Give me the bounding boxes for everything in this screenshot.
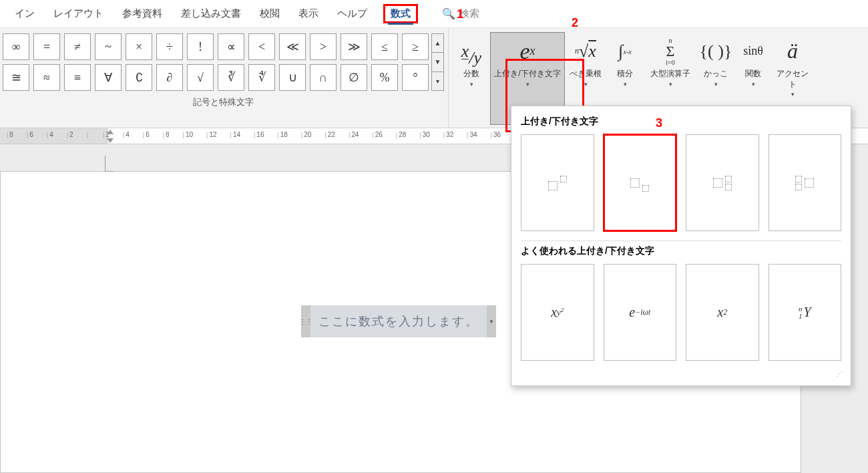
menu-references[interactable]: 参考資料	[120, 3, 165, 24]
ruler-ticks: 8642 246 8101214 16182022 24262830 32343…	[0, 131, 501, 138]
sym-le[interactable]: ≤	[371, 33, 398, 60]
menu-bar: イン レイアウト 参考資料 差し込み文書 校閲 表示 ヘルプ 数式 🔍 検索	[0, 0, 868, 28]
sym-prop[interactable]: ∝	[218, 33, 244, 60]
chevron-down-icon: ▾	[470, 81, 473, 89]
symbol-scroll-down[interactable]: ▼	[431, 53, 444, 71]
sym-complement[interactable]: ∁	[126, 64, 152, 91]
menu-layout[interactable]: レイアウト	[51, 3, 106, 24]
symbol-scroll: ▲ ▼ ▾	[431, 33, 444, 91]
sym-cong[interactable]: ≅	[3, 64, 29, 91]
sym-muchlt[interactable]: ≪	[279, 33, 306, 60]
sym-excl[interactable]: !	[187, 33, 214, 60]
symbol-row-2: ≅ ≈ ≡ ∀ ∁ ∂ √ ∛ ∜ ∪ ∩ ∅ % °	[3, 64, 429, 91]
accent-icon: ä	[787, 35, 798, 67]
menu-design[interactable]: イン	[12, 3, 37, 24]
sym-union[interactable]: ∪	[279, 64, 306, 91]
gallery-section2-title: よく使われる上付き/下付き文字	[518, 241, 844, 264]
sym-ge[interactable]: ≥	[402, 33, 429, 60]
sym-gt[interactable]: >	[310, 33, 337, 60]
struct-fraction-label: 分数	[463, 69, 479, 80]
highlight-equation-tab: 数式	[383, 4, 418, 23]
equation-container[interactable]: ⋮⋮ ここに数式を入力します。 ▼	[301, 305, 496, 337]
chevron-down-icon: ▾	[624, 81, 627, 89]
struct-integral-label: 積分	[617, 69, 633, 80]
struct-accent-label: アクセント	[774, 69, 811, 90]
menu-equation[interactable]: 数式	[388, 3, 413, 25]
bracket-icon: {( )}	[700, 35, 732, 67]
common-eiwt[interactable]: e−iωt	[604, 264, 677, 361]
sym-forall[interactable]: ∀	[95, 64, 122, 91]
equation-handle-icon[interactable]: ⋮⋮	[301, 305, 310, 337]
sym-percent[interactable]: %	[371, 64, 398, 91]
sym-muchgt[interactable]: ≫	[341, 33, 367, 60]
sym-intersect[interactable]: ∩	[310, 64, 337, 91]
struct-bracket-label: かっこ	[704, 69, 728, 80]
sym-4root[interactable]: ∜	[248, 64, 275, 91]
struct-function-label: 関数	[745, 69, 761, 80]
template-subscript[interactable]	[604, 134, 677, 231]
sigma-icon: nΣi=0	[666, 35, 674, 67]
struct-radical-label: べき乗根	[570, 69, 602, 80]
sym-times[interactable]: ×	[126, 33, 152, 60]
sym-approx[interactable]: ≈	[33, 64, 60, 91]
sym-div[interactable]: ÷	[156, 33, 183, 60]
chevron-down-icon: ▾	[526, 81, 529, 89]
chevron-down-icon: ▾	[752, 81, 755, 89]
ruler-indent-marker[interactable]	[107, 128, 114, 144]
common-xy2[interactable]: xy2	[521, 264, 594, 361]
struct-script-label: 上付き/下付き文字	[494, 69, 560, 80]
sym-infinity[interactable]: ∞	[3, 33, 29, 60]
template-presupersub[interactable]	[769, 134, 842, 231]
fraction-icon: x/y	[461, 35, 481, 67]
template-superscript[interactable]	[521, 134, 594, 231]
chevron-down-icon: ▾	[714, 81, 718, 89]
struct-large-operator-label: 大型演算子	[650, 69, 690, 80]
menu-help[interactable]: ヘルプ	[335, 3, 370, 24]
gallery-resize-handle[interactable]: ⋰	[518, 370, 844, 377]
struct-fraction[interactable]: x/y 分数 ▾	[453, 32, 490, 125]
chevron-down-icon: ▾	[584, 81, 588, 89]
common-x2[interactable]: x2	[686, 264, 759, 361]
annotation-3: 3	[656, 116, 662, 130]
sym-neq[interactable]: ≠	[64, 33, 91, 60]
gallery-section1-title: 上付き/下付き文字	[518, 112, 844, 134]
sym-equiv[interactable]: ≡	[64, 64, 91, 91]
menu-mailings[interactable]: 差し込み文書	[178, 3, 244, 24]
chevron-down-icon: ▾	[669, 81, 672, 89]
radical-icon: n√x	[575, 35, 596, 67]
sym-emptyset[interactable]: ∅	[341, 64, 367, 91]
chevron-down-icon: ▾	[791, 91, 795, 99]
sym-partial[interactable]: ∂	[156, 64, 183, 91]
page-margin-corner	[105, 156, 114, 172]
template-supersub[interactable]	[686, 134, 759, 231]
gallery-common: xy2 e−iωt x2 n1Y	[518, 264, 844, 370]
sym-equals[interactable]: =	[33, 33, 60, 60]
sym-tilde[interactable]: ~	[95, 33, 122, 60]
function-icon: sinθ	[743, 35, 763, 67]
sym-lt[interactable]: <	[248, 33, 275, 60]
symbol-scroll-more[interactable]: ▾	[431, 72, 444, 91]
gallery-templates	[518, 134, 844, 241]
integral-icon: ∫x-x	[618, 35, 631, 67]
menu-view[interactable]: 表示	[296, 3, 321, 24]
script-icon: ex	[519, 35, 535, 67]
sym-sqrt[interactable]: √	[187, 64, 214, 91]
menu-review[interactable]: 校閲	[257, 3, 282, 24]
script-gallery: 上付き/下付き文字 よく使われる上付き/下付き文字 xy2 e−iωt x2 n…	[511, 106, 851, 386]
sym-cbrt[interactable]: ∛	[218, 64, 244, 91]
sym-degree[interactable]: °	[402, 64, 429, 91]
symbol-row-1: ∞ = ≠ ~ × ÷ ! ∝ < ≪ > ≫ ≤ ≥	[3, 33, 429, 60]
common-n1y[interactable]: n1Y	[769, 264, 842, 361]
equation-options-dropdown[interactable]: ▼	[487, 305, 496, 337]
equation-placeholder[interactable]: ここに数式を入力します。	[310, 305, 487, 337]
symbols-caption: 記号と特殊文字	[3, 96, 444, 108]
annotation-1: 1	[457, 7, 463, 21]
symbol-scroll-up[interactable]: ▲	[431, 33, 444, 53]
annotation-2: 2	[572, 16, 578, 30]
search-icon: 🔍	[442, 7, 455, 20]
symbols-panel: ∞ = ≠ ~ × ÷ ! ∝ < ≪ > ≫ ≤ ≥ ≅ ≈	[0, 28, 449, 128]
